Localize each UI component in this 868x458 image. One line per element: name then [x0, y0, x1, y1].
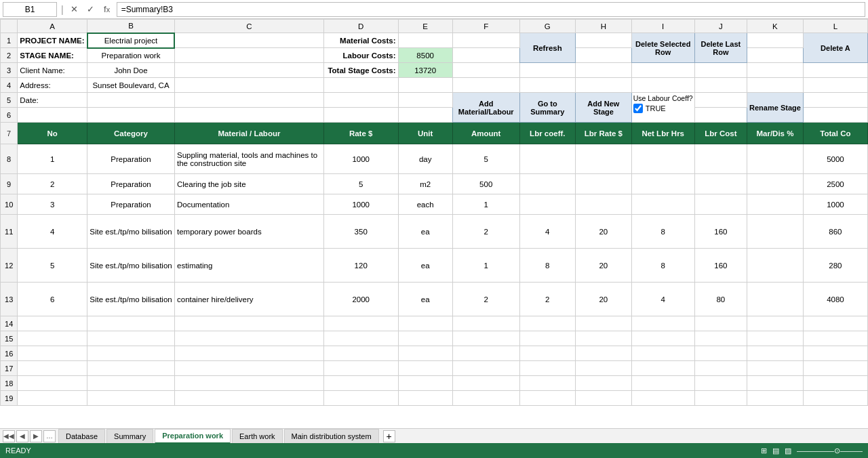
tab-nav-first[interactable]: ◀◀ — [3, 430, 15, 442]
cell-lbr-cost-1[interactable] — [694, 144, 747, 174]
tab-earth-work[interactable]: Earth work — [232, 429, 283, 444]
cell-mat-5[interactable]: estimating — [174, 249, 323, 283]
col-header-j[interactable]: J — [694, 20, 747, 33]
cell-b5[interactable] — [87, 93, 175, 108]
cell-a4[interactable]: Address: — [18, 78, 87, 93]
cell-c5[interactable] — [174, 93, 323, 108]
col-header-h[interactable]: H — [575, 20, 631, 33]
cell-mat-1[interactable]: Suppling material, tools and machines to… — [174, 144, 323, 174]
col-header-f[interactable]: F — [452, 20, 519, 33]
cell-a3[interactable]: Client Name: — [18, 63, 87, 78]
cell-unit-6[interactable]: ea — [398, 283, 452, 316]
tab-nav-prev[interactable]: ◀ — [16, 430, 28, 442]
delete-a-button[interactable]: Delete A — [803, 33, 867, 63]
tab-database[interactable]: Database — [58, 429, 105, 444]
cell-net-lbr-2[interactable] — [631, 174, 694, 194]
cell-lbr-cost-2[interactable] — [694, 174, 747, 194]
table-row[interactable]: 12 5 Site est./tp/mo bilisation estimati… — [1, 249, 868, 283]
cell-lbr-rate-2[interactable] — [575, 174, 631, 194]
cell-mar-dis-5[interactable] — [747, 249, 804, 283]
tab-nav-next[interactable]: ▶ — [30, 430, 42, 442]
cell-rate-6[interactable]: 2000 — [323, 283, 398, 316]
cell-cat-4[interactable]: Site est./tp/mo bilisation — [87, 215, 175, 249]
col-header-b[interactable]: B — [87, 20, 175, 33]
table-row[interactable]: 11 4 Site est./tp/mo bilisation temporar… — [1, 215, 868, 249]
col-header-e[interactable]: E — [398, 20, 452, 33]
cell-e3[interactable]: 13720 — [398, 63, 452, 78]
cell-amount-6[interactable]: 2 — [452, 283, 519, 316]
cell-mar-dis-1[interactable] — [747, 144, 804, 174]
cell-c3[interactable] — [174, 63, 323, 78]
add-new-stage-button[interactable]: Add NewStage — [575, 93, 631, 123]
tab-preparation-work[interactable]: Preparation work — [155, 429, 231, 444]
cell-unit-2[interactable]: m2 — [398, 174, 452, 194]
cell-e4[interactable] — [398, 78, 452, 93]
cell-lbr-rate-4[interactable]: 20 — [575, 215, 631, 249]
cell-cat-1[interactable]: Preparation — [87, 144, 175, 174]
cell-amount-1[interactable]: 5 — [452, 144, 519, 174]
cell-lbr-coeff-3[interactable] — [519, 194, 575, 215]
cell-cat-2[interactable]: Preparation — [87, 174, 175, 194]
cell-mar-dis-3[interactable] — [747, 194, 804, 215]
cell-a1[interactable]: PROJECT NAME: — [18, 33, 87, 48]
cell-amount-2[interactable]: 500 — [452, 174, 519, 194]
table-row[interactable]: 10 3 Preparation Documentation 1000 each… — [1, 194, 868, 215]
col-header-a[interactable]: A — [18, 20, 87, 33]
cell-i4[interactable] — [631, 78, 694, 93]
col-header-g[interactable]: G — [519, 20, 575, 33]
go-to-summary-button[interactable]: Go toSummary — [519, 93, 575, 123]
cell-rate-4[interactable]: 350 — [323, 215, 398, 249]
cell-mat-2[interactable]: Clearing the job site — [174, 174, 323, 194]
cell-lbr-rate-3[interactable] — [575, 194, 631, 215]
cell-total-2[interactable]: 2500 — [803, 174, 867, 194]
cell-amount-4[interactable]: 2 — [452, 215, 519, 249]
cell-unit-1[interactable]: day — [398, 144, 452, 174]
cell-d3[interactable]: Total Stage Costs: — [323, 63, 398, 78]
cell-rate-1[interactable]: 1000 — [323, 144, 398, 174]
cell-e6[interactable] — [398, 108, 452, 123]
cell-c6[interactable] — [174, 108, 323, 123]
cell-a5[interactable]: Date: — [18, 93, 87, 108]
confirm-formula-icon[interactable]: ✓ — [84, 3, 98, 16]
tab-summary[interactable]: Summary — [106, 429, 153, 444]
tab-more-button[interactable]: … — [43, 430, 56, 442]
cell-d2[interactable]: Labour Costs: — [323, 48, 398, 63]
col-header-l[interactable]: L — [803, 20, 867, 33]
cell-ref-input[interactable]: B1 — [3, 2, 57, 17]
table-row[interactable]: 13 6 Site est./tp/mo bilisation containe… — [1, 283, 868, 316]
cell-a14[interactable] — [18, 316, 87, 331]
cell-total-5[interactable]: 280 — [803, 249, 867, 283]
cell-j5[interactable] — [694, 93, 747, 108]
cancel-formula-icon[interactable]: ✕ — [68, 3, 81, 16]
add-sheet-button[interactable]: + — [383, 430, 395, 442]
cell-b2[interactable]: Preparation work — [87, 48, 175, 63]
cell-d1[interactable]: Material Costs: — [323, 33, 398, 48]
cell-f2[interactable] — [452, 48, 519, 63]
cell-g3[interactable] — [519, 63, 575, 78]
delete-selected-button[interactable]: Delete SelectedRow — [631, 33, 694, 63]
cell-b4[interactable]: Sunset Boulevard, CA — [87, 78, 175, 93]
cell-net-lbr-5[interactable]: 8 — [631, 249, 694, 283]
cell-lbr-coeff-4[interactable]: 4 — [519, 215, 575, 249]
cell-amount-5[interactable]: 1 — [452, 249, 519, 283]
cell-total-6[interactable]: 4080 — [803, 283, 867, 316]
cell-d4[interactable] — [323, 78, 398, 93]
refresh-button[interactable]: Refresh — [519, 33, 575, 63]
add-material-button[interactable]: AddMaterial/Labour — [452, 93, 519, 123]
cell-l4[interactable] — [803, 78, 867, 93]
col-header-i[interactable]: I — [631, 20, 694, 33]
cell-e1[interactable] — [398, 33, 452, 48]
col-header-k[interactable]: K — [747, 20, 804, 33]
cell-b1[interactable]: Electrial project — [87, 33, 175, 48]
cell-net-lbr-6[interactable]: 4 — [631, 283, 694, 316]
cell-j4[interactable] — [694, 78, 747, 93]
cell-no-4[interactable]: 4 — [18, 215, 87, 249]
cell-total-1[interactable]: 5000 — [803, 144, 867, 174]
cell-unit-3[interactable]: each — [398, 194, 452, 215]
cell-lbr-cost-6[interactable]: 80 — [694, 283, 747, 316]
cell-d6[interactable] — [323, 108, 398, 123]
cell-lbr-rate-5[interactable]: 20 — [575, 249, 631, 283]
cell-k2[interactable] — [747, 48, 804, 63]
cell-lbr-cost-4[interactable]: 160 — [694, 215, 747, 249]
cell-mat-4[interactable]: temporary power boards — [174, 215, 323, 249]
